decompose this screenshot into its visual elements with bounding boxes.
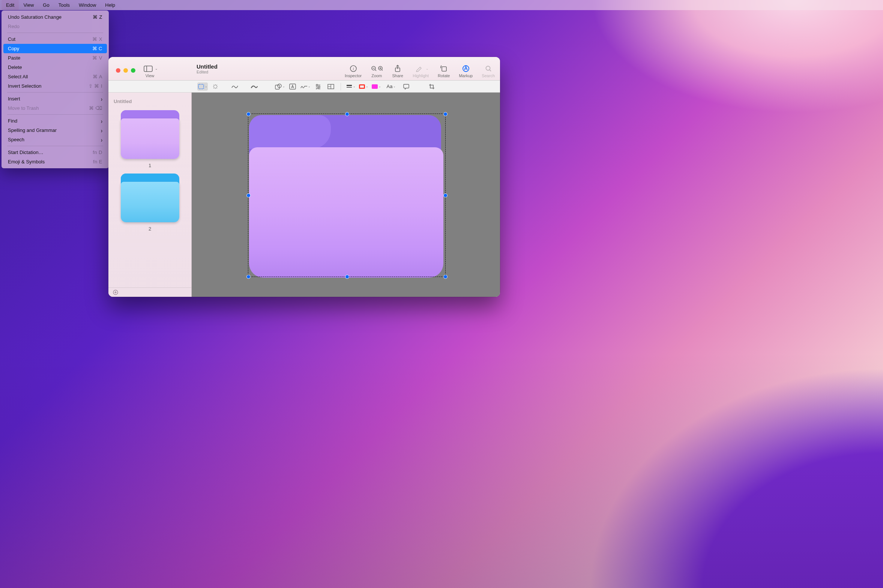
chevron-down-icon: ⌄ bbox=[379, 85, 381, 88]
menu-item-invert-selection[interactable]: Invert Selection⇧ ⌘ I bbox=[3, 81, 107, 91]
sidebar-page-2[interactable]: 2 bbox=[108, 174, 191, 232]
submenu-arrow-icon: › bbox=[101, 117, 102, 125]
rotate-icon bbox=[438, 64, 450, 73]
menu-item-label: Move to Trash bbox=[8, 105, 89, 111]
menu-item-paste[interactable]: Paste⌘ V bbox=[3, 53, 107, 63]
zoom-icon bbox=[371, 64, 383, 73]
sidebar-page-1[interactable]: 1 bbox=[108, 110, 191, 168]
toolbar-search-button[interactable]: Search bbox=[481, 64, 495, 78]
zoom-button[interactable] bbox=[131, 68, 135, 73]
toolbar-rotate-button[interactable]: Rotate bbox=[438, 64, 450, 78]
add-page-icon[interactable] bbox=[113, 290, 118, 296]
info-icon: i bbox=[347, 64, 360, 73]
toolbar-share-button[interactable]: Share bbox=[392, 64, 404, 78]
menu-shortcut: ⌘ ⌫ bbox=[89, 105, 102, 111]
adjust-size-tool[interactable] bbox=[326, 82, 336, 91]
markup-icon bbox=[460, 64, 472, 73]
crop-tool[interactable] bbox=[427, 82, 437, 91]
menu-item-label: Delete bbox=[8, 64, 102, 70]
svg-point-30 bbox=[316, 84, 318, 86]
fill-color-swatch bbox=[372, 84, 378, 89]
chevron-down-icon: ⌄ bbox=[353, 85, 356, 88]
toolbar-markup-button[interactable]: Markup bbox=[459, 64, 472, 78]
toolbar-highlight-button[interactable]: ⌄ Highlight bbox=[413, 64, 429, 78]
menubar-go[interactable]: Go bbox=[38, 0, 54, 10]
svg-line-5 bbox=[375, 70, 376, 71]
menubar-view[interactable]: View bbox=[19, 0, 38, 10]
resize-handle-ne[interactable] bbox=[443, 112, 447, 116]
markup-toolbar: ⌄ ⌄ ⌄ ⌄ ⌄ ⌄ Aa⌄ bbox=[108, 81, 500, 93]
canvas-area[interactable] bbox=[192, 93, 500, 297]
document-status: Edited bbox=[197, 70, 345, 74]
menu-separator bbox=[7, 92, 103, 93]
selection-tool[interactable]: ⌄ bbox=[197, 82, 208, 91]
menubar-edit[interactable]: Edit bbox=[2, 0, 19, 10]
svg-line-23 bbox=[217, 87, 217, 88]
menu-item-cut[interactable]: Cut⌘ X bbox=[3, 34, 107, 44]
menu-item-label: Cut bbox=[8, 36, 92, 42]
close-button[interactable] bbox=[116, 68, 120, 73]
svg-line-22 bbox=[214, 85, 215, 86]
instant-alpha-tool[interactable] bbox=[210, 82, 221, 91]
chevron-down-icon: ⌄ bbox=[283, 85, 285, 88]
menubar-help[interactable]: Help bbox=[101, 0, 120, 10]
folder-image[interactable] bbox=[249, 115, 443, 278]
preview-window: ⌄ View Untitled Edited i Inspector Zoom … bbox=[108, 57, 500, 297]
menu-item-spelling-and-grammar[interactable]: Spelling and Grammar› bbox=[3, 126, 107, 135]
border-color-tool[interactable]: ⌄ bbox=[358, 82, 369, 91]
menu-shortcut: ⌘ Z bbox=[93, 14, 102, 20]
annotate-tool[interactable] bbox=[401, 82, 412, 91]
minimize-button[interactable] bbox=[123, 68, 128, 73]
menu-item-label: Spelling and Grammar bbox=[8, 128, 101, 133]
menu-item-select-all[interactable]: Select All⌘ A bbox=[3, 72, 107, 81]
menu-shortcut: fn D bbox=[93, 150, 102, 155]
sign-tool[interactable]: ⌄ bbox=[300, 82, 311, 91]
menu-item-speech[interactable]: Speech› bbox=[3, 135, 107, 144]
svg-point-34 bbox=[317, 88, 319, 89]
svg-point-32 bbox=[319, 86, 320, 88]
toolbar-view-button[interactable]: ⌄ View bbox=[142, 64, 158, 78]
fill-color-tool[interactable]: ⌄ bbox=[371, 82, 382, 91]
chevron-down-icon: ⌄ bbox=[393, 85, 396, 88]
resize-handle-se[interactable] bbox=[443, 275, 447, 279]
svg-line-24 bbox=[217, 85, 217, 86]
resize-handle-e[interactable] bbox=[443, 194, 447, 198]
sketch-tool[interactable] bbox=[230, 82, 240, 91]
chevron-down-icon: ⌄ bbox=[155, 67, 158, 70]
menu-item-label: Start Dictation… bbox=[8, 150, 93, 155]
menu-item-label: Insert bbox=[8, 96, 101, 102]
adjust-color-tool[interactable] bbox=[313, 82, 323, 91]
menu-item-delete[interactable]: Delete bbox=[3, 63, 107, 72]
toolbar-inspector-button[interactable]: i Inspector bbox=[345, 64, 362, 78]
menubar-tools[interactable]: Tools bbox=[54, 0, 74, 10]
document-title[interactable]: Untitled bbox=[197, 63, 345, 70]
menu-item-copy[interactable]: Copy⌘ C bbox=[3, 44, 107, 53]
menu-separator bbox=[7, 146, 103, 146]
text-tool[interactable] bbox=[287, 82, 298, 91]
draw-tool[interactable] bbox=[249, 82, 260, 91]
chevron-down-icon: ⌄ bbox=[205, 85, 208, 88]
menu-item-emoji-symbols[interactable]: Emoji & Symbolsfn E bbox=[3, 157, 107, 166]
menu-shortcut: ⌘ A bbox=[93, 74, 102, 80]
menu-item-find[interactable]: Find› bbox=[3, 116, 107, 126]
highlight-icon bbox=[413, 64, 425, 73]
share-icon bbox=[392, 64, 404, 73]
shapes-tool[interactable]: ⌄ bbox=[275, 82, 285, 91]
menu-separator bbox=[7, 33, 103, 33]
menu-item-label: Copy bbox=[8, 46, 92, 51]
text-style-tool[interactable]: Aa⌄ bbox=[384, 82, 399, 91]
menu-item-undo-saturation-change[interactable]: Undo Saturation Change⌘ Z bbox=[3, 12, 107, 22]
shape-style-tool[interactable]: ⌄ bbox=[346, 82, 356, 91]
svg-line-16 bbox=[489, 70, 491, 71]
menubar-window[interactable]: Window bbox=[74, 0, 101, 10]
menu-item-insert[interactable]: Insert› bbox=[3, 94, 107, 104]
svg-rect-13 bbox=[442, 67, 446, 71]
window-toolbar: ⌄ View Untitled Edited i Inspector Zoom … bbox=[108, 57, 500, 81]
menu-item-start-dictation[interactable]: Start Dictation…fn D bbox=[3, 148, 107, 157]
folder-icon bbox=[121, 174, 179, 222]
toolbar-zoom-button[interactable]: Zoom bbox=[371, 64, 383, 78]
svg-text:i: i bbox=[353, 66, 354, 71]
submenu-arrow-icon: › bbox=[101, 95, 102, 103]
menu-shortcut: ⌘ X bbox=[92, 36, 102, 42]
thumbnail-sidebar: Untitled 1 2 bbox=[108, 93, 192, 297]
